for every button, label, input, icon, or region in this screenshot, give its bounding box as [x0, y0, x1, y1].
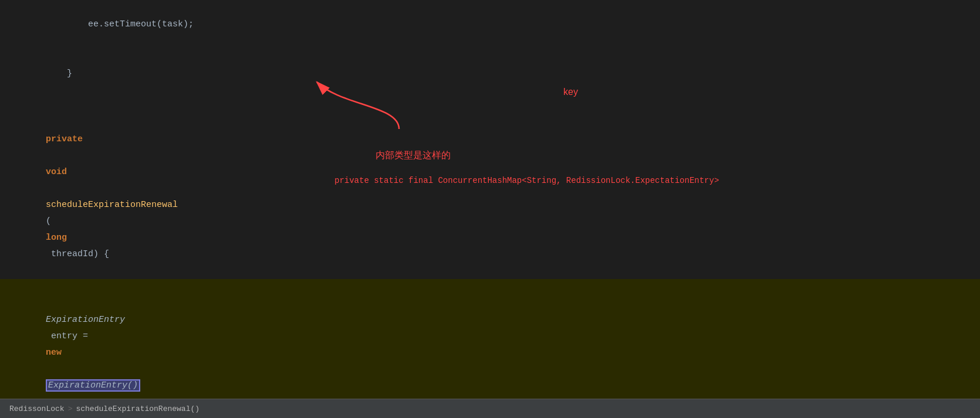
- status-bar: RedissonLock > scheduleExpirationRenewal…: [0, 399, 980, 418]
- code-editor: ee.setTimeout(task); } private void sche…: [0, 0, 980, 399]
- code-line-2: }: [0, 49, 980, 98]
- breadcrumb-separator-icon: >: [68, 405, 73, 413]
- breadcrumb-method: scheduleExpirationRenewal(): [76, 405, 200, 413]
- expiration-entry-highlight: ExpirationEntry(): [46, 379, 140, 392]
- code-line-5: ExpirationEntry entry = new ExpirationEn…: [0, 279, 980, 399]
- code-line-3: [0, 98, 980, 115]
- code-line-4: private void scheduleExpirationRenewal (…: [0, 115, 980, 279]
- breadcrumb-class: RedissonLock: [9, 405, 65, 413]
- code-line-1: ee.setTimeout(task);: [0, 0, 980, 49]
